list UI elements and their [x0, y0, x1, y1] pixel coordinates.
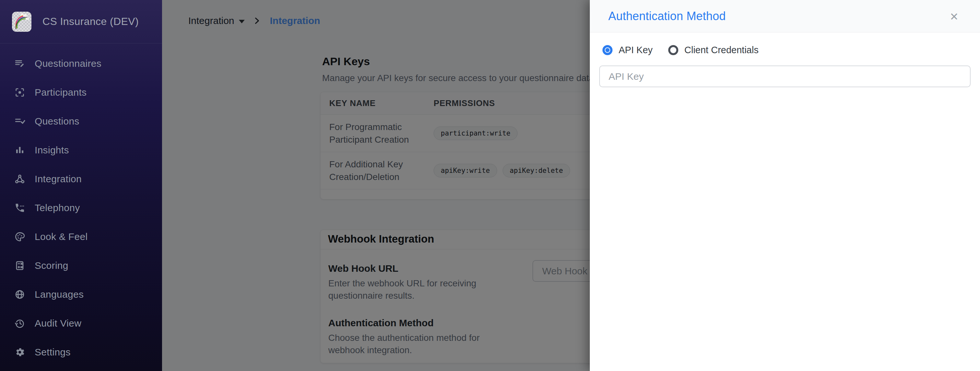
sidebar-item-label: Questions — [35, 116, 80, 127]
radio-selected-icon[interactable] — [603, 45, 612, 55]
participants-icon — [14, 87, 25, 98]
sidebar-item-label: Look & Feel — [35, 231, 88, 242]
questions-icon — [14, 116, 25, 127]
radio-unselected-icon[interactable] — [668, 45, 678, 55]
audit-view-icon — [14, 318, 25, 329]
drawer-header: Authentication Method ✕ — [590, 0, 980, 32]
telephony-icon — [14, 202, 25, 213]
sidebar-item-questions[interactable]: Questions — [0, 107, 162, 135]
languages-icon — [14, 289, 25, 300]
look-feel-icon — [14, 231, 25, 242]
sidebar-item-participants[interactable]: Participants — [0, 78, 162, 107]
close-icon[interactable]: ✕ — [947, 10, 961, 24]
sidebar-item-insights[interactable]: Insights — [0, 135, 162, 164]
sidebar-item-label: Integration — [35, 174, 82, 185]
sidebar-item-audit-view[interactable]: Audit View — [0, 309, 162, 338]
radio-option-api-key[interactable]: API Key — [603, 45, 653, 56]
drawer-title: Authentication Method — [608, 10, 725, 23]
radio-option-client-credentials[interactable]: Client Credentials — [668, 45, 759, 56]
auth-method-radio-group: API KeyClient Credentials — [599, 45, 974, 56]
sidebar-item-settings[interactable]: Settings — [0, 338, 162, 366]
sidebar-item-scoring[interactable]: Scoring — [0, 251, 162, 280]
sidebar-item-label: Languages — [35, 289, 84, 300]
brand-title: CS Insurance (DEV) — [43, 16, 139, 27]
sidebar-item-label: Questionnaires — [35, 58, 102, 69]
sidebar-item-languages[interactable]: Languages — [0, 280, 162, 309]
auth-method-drawer: Authentication Method ✕ API KeyClient Cr… — [590, 0, 980, 371]
brand-header[interactable]: CS Insurance (DEV) — [0, 0, 162, 43]
settings-icon — [14, 347, 25, 358]
integration-icon — [14, 174, 25, 185]
app-root: Integration Integration API Keys Manage … — [0, 0, 980, 371]
radio-option-label: Client Credentials — [684, 45, 759, 56]
sidebar-item-look-feel[interactable]: Look & Feel — [0, 222, 162, 251]
sidebar-item-integration[interactable]: Integration — [0, 164, 162, 193]
sidebar-item-label: Telephony — [35, 202, 80, 213]
drawer-body: API KeyClient Credentials — [590, 32, 980, 87]
sidebar-item-label: Settings — [35, 347, 71, 358]
sidebar-item-label: Participants — [35, 87, 86, 98]
sidebar-nav: QuestionnairesParticipantsQuestionsInsig… — [0, 43, 162, 366]
sidebar-item-label: Insights — [35, 145, 69, 156]
sidebar: CS Insurance (DEV) QuestionnairesPartici… — [0, 0, 162, 371]
sidebar-item-label: Audit View — [35, 318, 81, 329]
brand-logo — [12, 12, 32, 32]
modal-backdrop[interactable] — [162, 0, 590, 371]
api-key-input[interactable] — [599, 65, 970, 87]
sidebar-item-questionnaires[interactable]: Questionnaires — [0, 49, 162, 78]
sidebar-item-telephony[interactable]: Telephony — [0, 193, 162, 222]
insights-icon — [14, 145, 25, 156]
radio-option-label: API Key — [619, 45, 653, 56]
sidebar-item-label: Scoring — [35, 260, 68, 271]
questionnaires-icon — [14, 58, 25, 69]
scoring-icon — [14, 260, 25, 271]
